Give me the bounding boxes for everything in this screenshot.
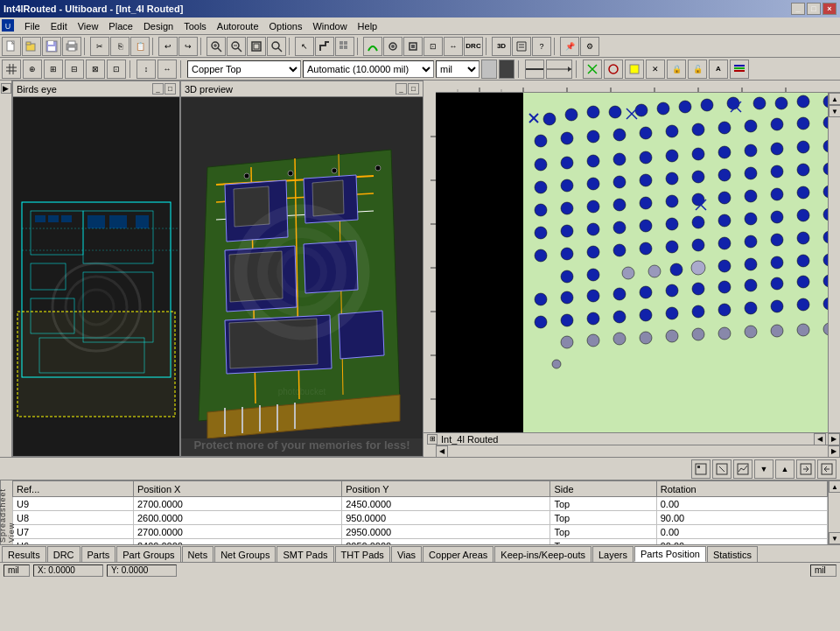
spreadsheet-btn-import[interactable] (817, 459, 836, 479)
unlock-btn[interactable]: 🔓 (688, 60, 707, 79)
menu-help[interactable]: Help (353, 19, 383, 33)
spreadsheet-btn-2[interactable] (712, 459, 732, 479)
measure-btn[interactable]: ↔ (444, 37, 463, 56)
scroll-right-btn[interactable]: ▶ (828, 445, 840, 458)
spreadsheet-btn-3[interactable] (733, 459, 752, 479)
3d-btn[interactable]: 3D (492, 37, 511, 56)
spreadsheet-vscroll[interactable]: ▲ ▼ (828, 480, 840, 544)
menu-design[interactable]: Design (138, 19, 178, 33)
birds-eye-minimize[interactable]: _ (152, 83, 164, 95)
copy-btn[interactable]: ⎘ (110, 37, 130, 56)
menu-place[interactable]: Place (103, 19, 138, 33)
close-btn[interactable]: × (822, 3, 836, 15)
via-btn[interactable] (383, 37, 402, 56)
line-width-btn[interactable] (546, 60, 572, 79)
maximize-btn[interactable]: □ (807, 3, 821, 15)
menu-tools[interactable]: Tools (178, 19, 212, 33)
print-btn[interactable] (62, 37, 81, 56)
snap3-btn[interactable]: ⊟ (65, 60, 84, 79)
menu-options[interactable]: Options (264, 19, 308, 33)
spreadsheet-btn-1[interactable] (691, 459, 710, 479)
spreadsheet-scroll-down[interactable]: ▼ (829, 532, 840, 544)
highlight-btn[interactable] (625, 60, 644, 79)
save-btn[interactable] (42, 37, 61, 56)
tab-smt-pads[interactable]: SMT Pads (276, 546, 333, 562)
color-bg-btn[interactable] (481, 60, 497, 79)
col-ref[interactable]: Ref... (13, 481, 134, 497)
menu-file[interactable]: File (19, 19, 46, 33)
menu-autoroute[interactable]: Autoroute (212, 19, 264, 33)
paste-btn[interactable]: 📋 (130, 37, 150, 56)
col-rotation[interactable]: Rotation (656, 481, 827, 497)
tab-nets[interactable]: Nets (182, 546, 214, 562)
scroll-up-btn[interactable]: ▲ (829, 93, 840, 105)
spreadsheet-content[interactable]: Ref... Position X Position Y Side Rotati… (12, 480, 828, 544)
pin-btn[interactable]: 📌 (560, 37, 579, 56)
spreadsheet-btn-export[interactable] (796, 459, 816, 479)
minimize-btn[interactable]: _ (791, 3, 805, 15)
route-btn[interactable] (315, 37, 334, 56)
pcb-main-view[interactable] (436, 93, 828, 432)
tab-layers[interactable]: Layers (592, 546, 634, 562)
snap-btn[interactable]: ⊕ (23, 60, 42, 79)
tab-keep-ins[interactable]: Keep-ins/Keep-outs (494, 546, 592, 562)
tab-net-groups[interactable]: Net Groups (214, 546, 276, 562)
select-btn[interactable]: ↖ (295, 37, 314, 56)
table-row[interactable]: U8 2600.0000 950.0000 Top 90.00 (13, 511, 828, 525)
tab-parts[interactable]: Parts (81, 546, 116, 562)
spreadsheet-btn-5[interactable]: ▲ (775, 459, 794, 479)
table-row[interactable]: U9 2700.0000 2450.0000 Top 0.00 (13, 497, 828, 511)
col-pos-y[interactable]: Position Y (342, 481, 550, 497)
preview-3d-maximize[interactable]: □ (408, 83, 419, 95)
redo-btn[interactable]: ↪ (178, 37, 198, 56)
layer-mgr-btn[interactable] (730, 60, 749, 79)
trace-btn[interactable] (363, 37, 382, 56)
flip-btn[interactable]: ↔ (158, 60, 177, 79)
toggle-grid-btn[interactable] (2, 60, 21, 79)
pcb-horizontal-scrollbar[interactable]: ◀ ▶ (436, 445, 840, 457)
tab-part-groups[interactable]: Part Groups (116, 546, 180, 562)
ratsnest2-btn[interactable] (604, 60, 623, 79)
grid-btn[interactable] (335, 37, 354, 56)
tab-vias[interactable]: Vias (391, 546, 422, 562)
snap5-btn[interactable]: ⊡ (107, 60, 126, 79)
spreadsheet-btn-4[interactable]: ▼ (754, 459, 774, 479)
mirror-btn[interactable]: ↕ (136, 60, 156, 79)
zoom-out-btn[interactable] (227, 37, 246, 56)
ratsnest-btn[interactable] (583, 60, 602, 79)
undo-btn[interactable]: ↩ (158, 37, 178, 56)
clear-highlight-btn[interactable]: ✕ (646, 60, 665, 79)
tab-statistics[interactable]: Statistics (707, 546, 758, 562)
scroll-down-btn[interactable]: ▼ (829, 105, 840, 117)
tab-parts-position[interactable]: Parts Position (634, 546, 706, 562)
birds-eye-maximize[interactable]: □ (164, 83, 176, 95)
line-style-btn[interactable] (525, 60, 544, 79)
snap4-btn[interactable]: ⊠ (86, 60, 105, 79)
help-btn[interactable]: ? (532, 37, 551, 56)
open-btn[interactable] (22, 37, 41, 56)
pad-btn[interactable] (403, 37, 423, 56)
color-fg-btn[interactable] (499, 60, 514, 79)
snap2-btn[interactable]: ⊞ (44, 60, 63, 79)
left-btn-1[interactable]: ▶ (1, 83, 11, 94)
tab-drc[interactable]: DRC (47, 546, 80, 562)
layer-dropdown[interactable]: Copper Top (187, 60, 301, 78)
cut-btn[interactable]: ✂ (90, 37, 109, 56)
board-info-btn[interactable]: A (709, 60, 728, 79)
menu-view[interactable]: View (73, 19, 104, 33)
zoom-select-btn[interactable] (267, 37, 286, 56)
table-row[interactable]: U6 2400.0000 2050.0000 Top 90.00 (13, 539, 828, 545)
zoom-fit-btn[interactable] (247, 37, 266, 56)
tab-copper-areas[interactable]: Copper Areas (423, 546, 494, 562)
table-row[interactable]: U7 2700.0000 2950.0000 Top 0.00 (13, 525, 828, 539)
menu-edit[interactable]: Edit (46, 19, 73, 33)
lock-btn[interactable]: 🔒 (667, 60, 686, 79)
col-side[interactable]: Side (550, 481, 656, 497)
gerber-btn[interactable] (512, 37, 531, 56)
tab-tht-pads[interactable]: THT Pads (335, 546, 390, 562)
new-btn[interactable] (2, 37, 21, 56)
drc-btn[interactable]: DRC (464, 37, 483, 56)
inner-scroll-right[interactable]: ▶ (828, 433, 840, 445)
routing-dropdown[interactable]: Automatic (10.0000 mil) (303, 60, 434, 78)
spreadsheet-scroll-up[interactable]: ▲ (829, 480, 840, 493)
